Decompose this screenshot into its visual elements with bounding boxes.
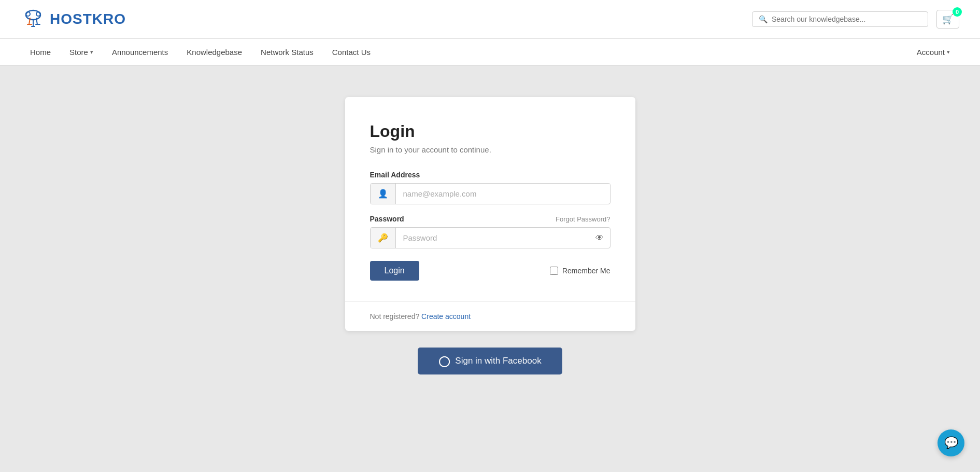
password-label: Password [370,215,404,223]
nav-item-network-status[interactable]: Network Status [251,40,323,64]
nav-item-announcements[interactable]: Announcements [103,40,177,64]
facebook-signin-button[interactable]: ◯ Sign in with Facebook [418,348,562,374]
nav-item-knowledgebase[interactable]: Knowledgebase [177,40,251,64]
facebook-icon: ◯ [438,355,450,367]
search-input[interactable] [772,15,921,23]
remember-me-text: Remember Me [562,267,610,275]
user-icon: 👤 [371,184,396,204]
main-content: Login Sign in to your account to continu… [0,66,980,395]
logo-area: HOSTKRO [21,7,126,32]
toggle-password-button[interactable]: 👁 [589,228,610,248]
search-box[interactable]: 🔍 [752,11,928,27]
cart-button[interactable]: 🛒 0 [936,10,959,29]
nav-left: Home Store ▾ Announcements Knowledgebase… [21,40,380,64]
login-footer: Not registered? Create account [345,301,635,331]
nav-item-contact-us[interactable]: Contact Us [323,40,380,64]
nav-item-account[interactable]: Account ▾ [907,40,959,64]
login-actions: Login Remember Me [370,261,610,281]
nav-item-home[interactable]: Home [21,40,60,64]
remember-me-checkbox[interactable] [550,267,558,275]
forgot-password-link[interactable]: Forgot Password? [556,215,610,223]
login-button[interactable]: Login [370,261,419,281]
remember-me-label[interactable]: Remember Me [550,267,610,275]
header-right: 🔍 🛒 0 [752,10,959,29]
login-subtitle: Sign in to your account to continue. [370,145,610,154]
password-field[interactable] [396,228,589,247]
not-registered-text: Not registered? [370,312,420,321]
login-card: Login Sign in to your account to continu… [345,97,635,331]
cart-badge: 0 [953,7,962,17]
password-group: Password Forgot Password? 🔑 👁 [370,215,610,248]
main-nav: Home Store ▾ Announcements Knowledgebase… [0,39,980,66]
login-body: Login Sign in to your account to continu… [345,97,635,301]
nav-item-store[interactable]: Store ▾ [60,40,103,64]
facebook-signin-label: Sign in with Facebook [455,356,541,366]
key-icon: 🔑 [371,228,396,248]
email-label: Email Address [370,171,610,179]
chat-bubble-button[interactable]: 💬 [938,429,964,456]
chevron-down-icon: ▾ [90,49,93,55]
email-input-group: 👤 [370,183,610,204]
header: HOSTKRO 🔍 🛒 0 [0,0,980,39]
nav-right: Account ▾ [907,40,959,64]
create-account-link[interactable]: Create account [421,312,471,321]
login-title: Login [370,122,610,141]
brand-name: HOSTKRO [50,11,126,27]
search-icon: 🔍 [759,15,768,23]
email-group: Email Address 👤 [370,171,610,204]
email-field[interactable] [396,184,610,203]
password-row: Password Forgot Password? [370,215,610,223]
logo-icon [21,7,46,32]
password-input-group: 🔑 👁 [370,227,610,248]
account-chevron-icon: ▾ [947,49,950,55]
